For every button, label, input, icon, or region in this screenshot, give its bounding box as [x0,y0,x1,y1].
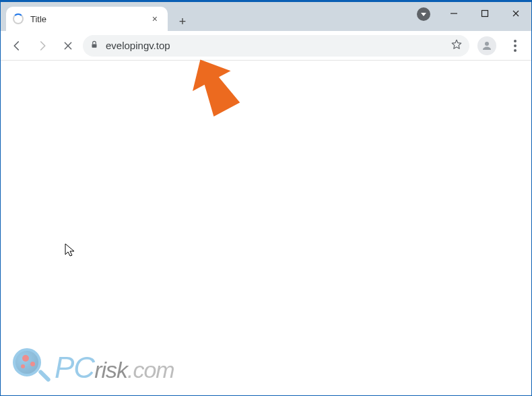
svg-rect-1 [482,11,488,17]
forward-button[interactable] [32,35,53,57]
new-tab-button[interactable]: + [173,12,192,31]
close-tab-button[interactable]: × [149,12,161,26]
stop-reload-button[interactable] [57,35,79,57]
maximize-button[interactable] [469,2,500,25]
tab-title: Title [30,14,149,24]
page-content [1,61,531,395]
close-window-button[interactable] [500,2,531,25]
extension-button[interactable] [417,7,430,21]
window-controls [438,2,531,25]
titlebar: Title × + [1,1,531,31]
address-bar[interactable]: evelopingv.top [83,35,469,57]
lock-icon [90,40,99,51]
profile-avatar-button[interactable] [477,36,496,55]
url-text: evelopingv.top [106,40,445,51]
tab-strip: Title × + [1,2,192,31]
back-button[interactable] [6,35,28,57]
bookmark-star-icon[interactable] [451,38,463,53]
browser-tab[interactable]: Title × [6,7,168,31]
svg-rect-6 [92,44,97,47]
loading-spinner-icon [13,13,24,24]
minimize-button[interactable] [438,2,469,25]
menu-button[interactable] [504,40,526,52]
svg-point-7 [485,42,489,46]
toolbar: evelopingv.top [1,31,531,61]
